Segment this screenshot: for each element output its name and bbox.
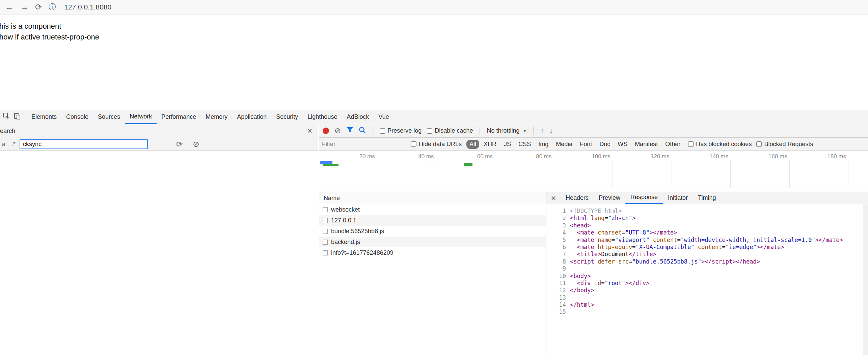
line-number: 12 xyxy=(546,287,570,294)
request-name: info?t=1617762486209 xyxy=(331,249,394,256)
record-icon[interactable] xyxy=(323,128,329,134)
request-row[interactable]: websocket xyxy=(319,204,546,215)
devtools: ElementsConsoleSourcesNetworkPerformance… xyxy=(0,110,868,355)
toolbar-divider xyxy=(373,127,373,135)
devtools-tab-lighthouse[interactable]: Lighthouse xyxy=(303,110,342,124)
search-icon[interactable] xyxy=(359,127,366,135)
disable-cache-checkbox[interactable] xyxy=(427,128,432,134)
hide-data-urls-checkbox[interactable] xyxy=(411,141,416,147)
hide-data-urls-label: Hide data URLs xyxy=(419,141,462,148)
throttling-select[interactable]: No throttling ▼ xyxy=(487,127,526,134)
detail-tab-headers[interactable]: Headers xyxy=(561,192,594,204)
page-text-line-1: his is a component xyxy=(0,21,99,32)
filter-pill-all[interactable]: All xyxy=(466,140,479,149)
filter-pill-css[interactable]: CSS xyxy=(515,140,534,149)
request-row[interactable]: bundle.56525bb8.js xyxy=(319,226,546,237)
devtools-tab-memory[interactable]: Memory xyxy=(201,110,232,124)
requests-table-header[interactable]: Name xyxy=(319,192,546,204)
overview-request-bar xyxy=(422,165,437,165)
code-line-content: <mate charset="UTF-8"></mate> xyxy=(570,229,677,236)
request-row[interactable]: info?t=1617762486209 xyxy=(319,247,546,258)
import-har-icon[interactable]: ↑ xyxy=(540,127,544,135)
detail-tab-response[interactable]: Response xyxy=(625,192,663,204)
request-row[interactable]: backend.js xyxy=(319,237,546,247)
network-toolbar: ⊘ Preserve log Disable cache xyxy=(319,124,868,138)
request-row[interactable]: 127.0.0.1 xyxy=(319,215,546,226)
response-code-view[interactable]: 1<!DOCTYPE html>2<html lang="zh-cn">3<he… xyxy=(546,204,868,355)
line-number: 6 xyxy=(546,244,570,251)
line-number: 8 xyxy=(546,258,570,265)
search-clear-icon[interactable]: ⊘ xyxy=(193,140,199,148)
toolbar-divider xyxy=(480,127,480,135)
filter-pill-xhr[interactable]: XHR xyxy=(481,140,499,149)
forward-icon[interactable]: → xyxy=(20,3,28,11)
filter-pill-img[interactable]: Img xyxy=(535,140,551,149)
network-filter-bar: Hide data URLs AllXHRJSCSSImgMediaFontDo… xyxy=(319,138,868,151)
close-icon[interactable]: ✕ xyxy=(546,194,561,202)
device-toolbar-icon[interactable] xyxy=(13,112,21,121)
filter-pill-font[interactable]: Font xyxy=(577,140,595,149)
devtools-tab-console[interactable]: Console xyxy=(61,110,93,124)
code-line: 2<html lang="zh-cn"> xyxy=(546,215,868,222)
code-line-content: <body> xyxy=(570,273,591,280)
filter-pill-media[interactable]: Media xyxy=(553,140,575,149)
detail-tab-timing[interactable]: Timing xyxy=(693,192,721,204)
timeline-tick-label: 180 ms xyxy=(816,153,846,160)
network-panel: ⊘ Preserve log Disable cache xyxy=(319,124,868,355)
devtools-toolbar-icons xyxy=(0,112,24,121)
code-line: 7 <title>Document</title> xyxy=(546,251,868,258)
network-overview-timeline[interactable]: 20 ms40 ms60 ms80 ms100 ms120 ms140 ms16… xyxy=(319,151,868,188)
timeline-tick-label: 160 ms xyxy=(758,153,787,160)
devtools-tab-adblock[interactable]: AdBlock xyxy=(342,110,374,124)
detail-tab-preview[interactable]: Preview xyxy=(594,192,625,204)
page-text-line-2: how if active truetest-prop-one xyxy=(0,32,99,43)
devtools-tab-security[interactable]: Security xyxy=(271,110,303,124)
close-icon[interactable]: ✕ xyxy=(307,127,313,135)
network-filter-input[interactable] xyxy=(322,141,406,148)
devtools-tab-vue[interactable]: Vue xyxy=(374,110,394,124)
line-number: 15 xyxy=(546,308,570,316)
filter-pill-manifest[interactable]: Manifest xyxy=(632,140,661,149)
code-line: 8<script defer src="bundle.56525bb8.js">… xyxy=(546,258,868,265)
resource-icon xyxy=(323,229,328,234)
code-line-content: </body> xyxy=(570,287,594,294)
preserve-log-option: Preserve log xyxy=(380,127,422,134)
scrollbar[interactable] xyxy=(863,204,868,355)
filter-funnel-icon[interactable] xyxy=(346,127,353,135)
devtools-tabbar: ElementsConsoleSourcesNetworkPerformance… xyxy=(0,110,868,124)
code-line: 10<body> xyxy=(546,273,868,280)
has-blocked-cookies-label: Has blocked cookies xyxy=(696,141,752,148)
reload-icon[interactable]: ⟳ xyxy=(35,3,42,11)
regex-icon[interactable]: .* xyxy=(11,141,16,148)
clear-icon[interactable]: ⊘ xyxy=(334,127,341,135)
filter-pill-doc[interactable]: Doc xyxy=(596,140,613,149)
search-input[interactable] xyxy=(20,139,148,149)
filter-pill-other[interactable]: Other xyxy=(662,140,683,149)
line-number: 9 xyxy=(546,265,570,272)
filter-pill-ws[interactable]: WS xyxy=(615,140,630,149)
timeline-gridline xyxy=(554,160,554,188)
search-refresh-icon[interactable]: ⟳ xyxy=(176,140,183,148)
timeline-gridline xyxy=(436,160,436,188)
has-blocked-cookies-checkbox[interactable] xyxy=(688,141,694,147)
match-case-icon[interactable]: a xyxy=(2,141,5,148)
devtools-tab-network[interactable]: Network xyxy=(125,110,157,124)
line-number: 1 xyxy=(546,208,570,215)
address-bar-url[interactable]: 127.0.0.1:8080 xyxy=(64,3,111,11)
devtools-tab-performance[interactable]: Performance xyxy=(157,110,201,124)
request-detail-panel: ✕ HeadersPreviewResponseInitiatorTiming … xyxy=(546,192,868,355)
devtools-tab-elements[interactable]: Elements xyxy=(27,110,61,124)
filter-pill-js[interactable]: JS xyxy=(501,140,514,149)
blocked-requests-checkbox[interactable] xyxy=(756,141,762,147)
requests-rows: websocket127.0.0.1bundle.56525bb8.jsback… xyxy=(319,204,546,258)
timeline-tick-label: 100 ms xyxy=(581,153,611,160)
preserve-log-checkbox[interactable] xyxy=(380,128,385,134)
devtools-tab-application[interactable]: Application xyxy=(232,110,271,124)
inspect-element-icon[interactable] xyxy=(3,112,10,121)
devtools-tab-sources[interactable]: Sources xyxy=(93,110,125,124)
export-har-icon[interactable]: ↓ xyxy=(549,127,553,135)
back-icon[interactable]: ← xyxy=(5,3,13,11)
page-info-icon[interactable]: ⓘ xyxy=(49,2,56,12)
timeline-tick-label: 120 ms xyxy=(640,153,670,160)
detail-tab-initiator[interactable]: Initiator xyxy=(663,192,693,204)
